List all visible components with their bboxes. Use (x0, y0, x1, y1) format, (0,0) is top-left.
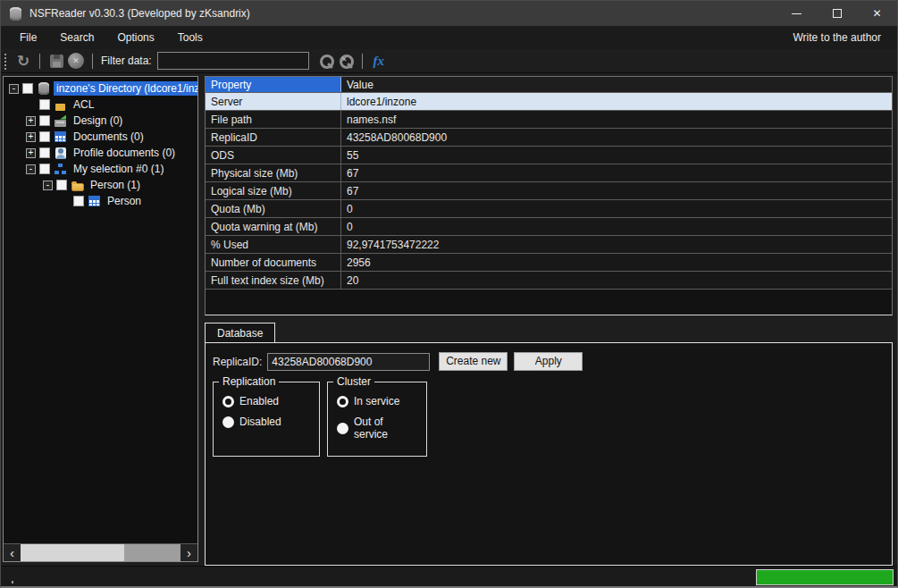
toolbar-separator (39, 54, 40, 69)
expand-icon[interactable]: + (26, 148, 36, 158)
status-bar (1, 566, 897, 587)
radio-replication-disabled[interactable]: Disabled (222, 416, 310, 428)
collapse-icon[interactable]: - (26, 164, 36, 174)
collapse-icon[interactable]: - (43, 181, 53, 190)
tree-checkbox[interactable] (22, 83, 33, 94)
search-icon[interactable] (316, 51, 336, 71)
cancel-circle-icon[interactable] (66, 51, 86, 71)
radio-cluster-out-of-service[interactable]: Out of service (337, 416, 417, 441)
scrollbar-track[interactable] (21, 544, 180, 561)
menu-item-options[interactable]: Options (105, 28, 165, 47)
progress-fill (757, 570, 893, 584)
property-row[interactable]: ODS55 (206, 147, 892, 164)
clear-search-icon[interactable]: ✕ (336, 51, 356, 71)
window-title: NSFReader v0.30.3 (Developed by zKsandri… (29, 7, 250, 20)
property-grid-header: Property Value (206, 77, 892, 93)
cancel-glyph (68, 53, 84, 69)
property-row[interactable]: ReplicaID43258AD80068D900 (206, 129, 892, 147)
scrollbar-thumb[interactable] (21, 544, 124, 561)
create-new-button[interactable]: Create new (439, 352, 508, 371)
table-icon (88, 196, 100, 206)
menu-item-file[interactable]: File (8, 28, 48, 47)
menu-item-tools[interactable]: Tools (166, 28, 214, 47)
expand-icon[interactable]: + (26, 116, 36, 126)
property-row[interactable]: Quota warning at (Mb)0 (206, 218, 892, 236)
radio-circle-icon (337, 396, 348, 407)
close-icon (872, 7, 881, 20)
toolbar-grip[interactable] (4, 53, 8, 70)
scroll-right-icon[interactable] (180, 544, 197, 561)
tree-checkbox[interactable] (73, 196, 84, 206)
tree-indent (9, 153, 26, 154)
tree-checkbox[interactable] (39, 164, 50, 174)
tree-checkbox[interactable] (56, 180, 67, 190)
folder-icon (71, 183, 84, 191)
collapse-icon[interactable]: - (9, 84, 19, 94)
property-row[interactable]: File pathnames.nsf (206, 111, 892, 129)
refresh-icon[interactable] (13, 51, 33, 71)
property-row[interactable]: Serverldcore1/inzone (206, 93, 892, 111)
tree-icon-wrap (54, 130, 67, 144)
property-value: ldcore1/inzone (341, 93, 892, 110)
minimize-button[interactable] (776, 1, 817, 26)
expand-icon[interactable]: + (26, 132, 36, 142)
property-name: % Used (206, 236, 341, 253)
table-icon (55, 131, 66, 142)
tree-checkbox[interactable] (39, 115, 50, 126)
database-icon (38, 82, 49, 95)
lock-icon (55, 104, 65, 111)
tree-item[interactable]: +Design (0) (4, 113, 197, 129)
apply-button[interactable]: Apply (514, 352, 583, 371)
property-row[interactable]: Logical size (Mb)67 (206, 182, 892, 200)
property-row[interactable]: Quota (Mb)0 (206, 200, 892, 218)
tab-database[interactable]: Database (205, 323, 275, 342)
property-grid: Property Value Serverldcore1/inzoneFile … (205, 76, 893, 315)
property-row[interactable]: Full text index size (Mb)20 (206, 272, 892, 290)
property-grid-body: Serverldcore1/inzoneFile pathnames.nsfRe… (206, 93, 892, 290)
property-name: Quota (Mb) (206, 200, 341, 217)
menu-item-search[interactable]: Search (48, 28, 105, 47)
tree-checkbox[interactable] (39, 99, 50, 110)
tree-horizontal-scrollbar[interactable] (4, 543, 197, 561)
tree-checkbox[interactable] (39, 147, 50, 158)
column-header-value[interactable]: Value (341, 77, 892, 92)
menu-item-write-to-the-author[interactable]: Write to the author (785, 28, 891, 47)
tree-item[interactable]: -Person (1) (4, 177, 197, 193)
property-row[interactable]: Physical size (Mb)67 (206, 164, 892, 182)
radio-circle-icon (222, 416, 234, 428)
property-value: 0 (341, 218, 892, 235)
property-name: Number of documents (206, 254, 341, 271)
cluster-groupbox: Cluster In service Out of service (327, 382, 427, 457)
tree-item-label: Profile documents (0) (71, 146, 178, 160)
tree-item[interactable]: ACL (4, 97, 197, 113)
property-value: 67 (341, 182, 892, 199)
tree-item[interactable]: +Documents (0) (4, 129, 197, 145)
title-bar: NSFReader v0.30.3 (Developed by zKsandri… (1, 1, 897, 26)
tree-checkbox[interactable] (39, 131, 50, 142)
tree-item[interactable]: -My selection #0 (1) (4, 161, 197, 177)
tree-icon-wrap (37, 82, 50, 96)
radio-cluster-in-service[interactable]: In service (337, 395, 417, 407)
close-button[interactable] (857, 1, 897, 26)
tree-icon-wrap (54, 114, 67, 128)
property-row[interactable]: % Used92,9741753472222 (206, 236, 892, 254)
tree-item[interactable]: +Profile documents (0) (4, 145, 197, 161)
maximize-button[interactable] (817, 1, 857, 26)
tree-item[interactable]: -inzone's Directory (ldcore1/inz (4, 80, 197, 97)
scroll-left-icon[interactable] (4, 544, 21, 561)
radio-replication-enabled[interactable]: Enabled (222, 395, 310, 407)
tree-item-label: inzone's Directory (ldcore1/inz (54, 81, 197, 96)
database-tab-content: ReplicaID: Create new Apply Replication … (205, 342, 893, 566)
tree-item[interactable]: Person (4, 193, 197, 209)
column-header-property[interactable]: Property (206, 77, 341, 92)
fx-icon[interactable]: fx (369, 51, 389, 71)
property-row[interactable]: Number of documents2956 (206, 254, 892, 272)
save-icon[interactable] (46, 51, 66, 71)
tree-item-label: Documents (0) (71, 130, 147, 144)
filter-input[interactable] (157, 52, 309, 70)
network-icon (55, 164, 66, 174)
progress-bar (756, 569, 894, 585)
status-grip-dot (12, 581, 13, 584)
property-name: ReplicaID (206, 129, 341, 146)
replica-id-input[interactable] (267, 353, 430, 371)
